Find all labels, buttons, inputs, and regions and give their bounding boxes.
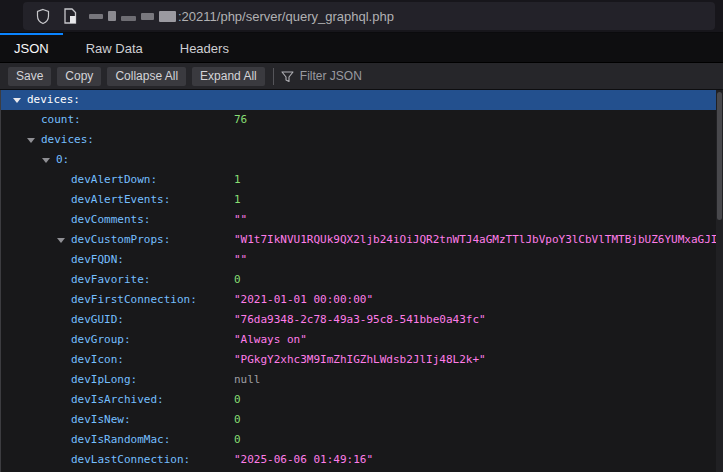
json-key: devGroup: xyxy=(71,330,131,350)
expand-twisty-icon[interactable] xyxy=(13,98,21,103)
json-key: devGUID: xyxy=(71,310,124,330)
url-text[interactable]: :20211/php/server/query_graphql.php xyxy=(178,9,394,24)
json-key: devCustomProps: xyxy=(71,230,170,250)
json-row[interactable]: devices: xyxy=(1,130,716,150)
json-row[interactable]: count:76 xyxy=(1,110,716,130)
json-value: "76da9348-2c78-49a3-95c8-541bbe0a43fc" xyxy=(234,310,486,330)
json-value: "Always on" xyxy=(234,330,307,350)
json-value: 0 xyxy=(234,390,241,410)
json-row[interactable]: devGUID:"76da9348-2c78-49a3-95c8-541bbe0… xyxy=(1,310,716,330)
json-key: devIsRandomMac: xyxy=(71,430,170,450)
redacted-hostname xyxy=(89,11,176,22)
tracking-protection-shield-icon[interactable] xyxy=(35,8,51,25)
json-row[interactable]: devIsRandomMac:0 xyxy=(1,430,716,450)
json-key: devIsArchived: xyxy=(71,390,164,410)
tab-json[interactable]: JSON xyxy=(0,33,63,62)
save-button[interactable]: Save xyxy=(8,67,51,86)
json-row[interactable]: devIpLong:null xyxy=(1,370,716,390)
viewer-tabbar: JSON Raw Data Headers xyxy=(0,33,723,63)
json-value: 0 xyxy=(234,430,241,450)
json-key: devLastConnection: xyxy=(71,450,190,470)
expand-all-button[interactable]: Expand All xyxy=(192,67,265,86)
json-value: "2021-01-01 00:00:00" xyxy=(234,290,373,310)
json-row[interactable]: devLastConnection:"2025-06-06 01:49:16" xyxy=(1,450,716,470)
json-key: devices: xyxy=(41,130,94,150)
json-value: "W1t7IkNVU1RQUk9QX2ljb24iOiJQR2tnWTJ4aGM… xyxy=(234,230,716,250)
json-row[interactable]: devAlertDown:1 xyxy=(1,170,716,190)
address-bar[interactable]: :20211/php/server/query_graphql.php xyxy=(23,2,715,30)
json-value: "PGkgY2xhc3M9ImZhIGZhLWdsb2JlIj48L2k+" xyxy=(234,350,486,370)
json-row[interactable]: devComments:"" xyxy=(1,210,716,230)
json-key: 0: xyxy=(56,150,69,170)
json-row[interactable]: devIsArchived:0 xyxy=(1,390,716,410)
json-key: count: xyxy=(41,110,81,130)
json-tree: devices:count:76devices:0:devAlertDown:1… xyxy=(0,90,716,472)
tab-headers-label: Headers xyxy=(180,41,229,56)
json-key: devices: xyxy=(27,90,80,110)
json-key: devIcon: xyxy=(71,350,124,370)
json-row[interactable]: devFQDN:"" xyxy=(1,250,716,270)
json-row[interactable]: devFirstConnection:"2021-01-01 00:00:00" xyxy=(1,290,716,310)
json-row[interactable]: devIcon:"PGkgY2xhc3M9ImZhIGZhLWdsb2JlIj4… xyxy=(1,350,716,370)
json-value: "" xyxy=(234,250,247,270)
json-value: "" xyxy=(234,210,247,230)
tab-json-label: JSON xyxy=(14,41,49,56)
page-favicon-icon[interactable] xyxy=(63,8,77,24)
tab-headers[interactable]: Headers xyxy=(166,33,243,62)
json-row[interactable]: devices: xyxy=(1,90,716,110)
json-row[interactable]: devIsNew:0 xyxy=(1,410,716,430)
json-key: devFavorite: xyxy=(71,270,150,290)
expand-twisty-icon[interactable] xyxy=(27,138,35,143)
expand-twisty-icon[interactable] xyxy=(42,158,50,163)
json-key: devIpLong: xyxy=(71,370,137,390)
json-key: devFirstConnection: xyxy=(71,290,197,310)
json-key: devAlertDown: xyxy=(71,170,157,190)
json-key: devAlertEvents: xyxy=(71,190,170,210)
json-value: 1 xyxy=(234,170,241,190)
collapse-all-button[interactable]: Collapse All xyxy=(107,67,186,86)
browser-toolbar: :20211/php/server/query_graphql.php xyxy=(0,0,723,33)
json-toolbar: Save Copy Collapse All Expand All xyxy=(0,63,723,90)
json-value: "2025-06-06 01:49:16" xyxy=(234,450,373,470)
json-value: 0 xyxy=(234,270,241,290)
vertical-scrollbar[interactable] xyxy=(716,90,723,472)
tab-raw-data-label: Raw Data xyxy=(86,41,143,56)
copy-button[interactable]: Copy xyxy=(57,67,101,86)
json-row[interactable]: devGroup:"Always on" xyxy=(1,330,716,350)
json-value: 76 xyxy=(234,110,247,130)
expand-twisty-icon[interactable] xyxy=(57,238,65,243)
firefox-json-viewer: :20211/php/server/query_graphql.php JSON… xyxy=(0,0,723,472)
json-row[interactable]: devCustomProps:"W1t7IkNVU1RQUk9QX2ljb24i… xyxy=(1,230,716,250)
tab-raw-data[interactable]: Raw Data xyxy=(72,33,157,62)
filter-json-input[interactable] xyxy=(300,69,600,83)
json-row[interactable]: devFavorite:0 xyxy=(1,270,716,290)
toolbar-separator xyxy=(273,68,274,85)
json-row[interactable]: devAlertEvents:1 xyxy=(1,190,716,210)
json-row[interactable]: 0: xyxy=(1,150,716,170)
json-key: devIsNew: xyxy=(71,410,131,430)
json-value: 0 xyxy=(234,410,241,430)
json-value: 1 xyxy=(234,190,241,210)
json-key: devComments: xyxy=(71,210,150,230)
scrollbar-thumb[interactable] xyxy=(717,92,722,220)
json-key: devFQDN: xyxy=(71,250,124,270)
json-value: null xyxy=(234,370,261,390)
filter-funnel-icon xyxy=(281,70,294,83)
